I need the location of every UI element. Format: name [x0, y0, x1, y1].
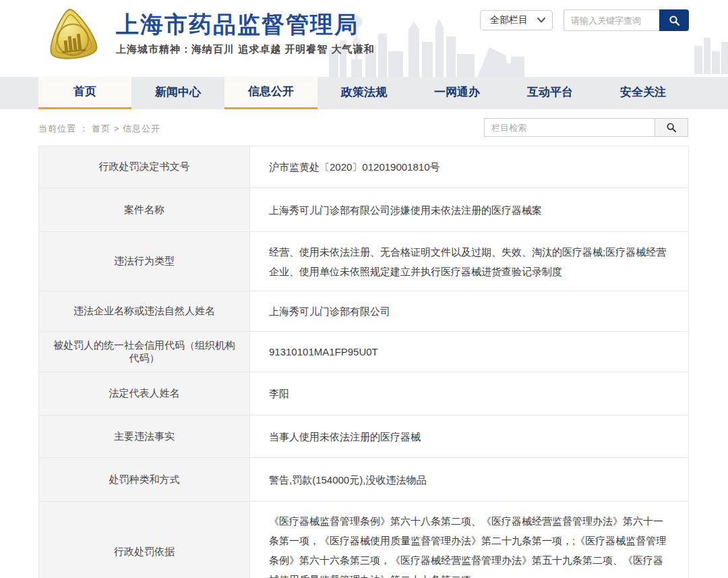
row-value: 上海秀可儿门诊部有限公司 — [250, 291, 688, 331]
search-button[interactable] — [659, 9, 689, 31]
site-header: 上海市药品监督管理局 上海城市精神：海纳百川 追求卓越 开明睿智 大气谦和 全部… — [0, 0, 728, 77]
row-label: 违法行为类型 — [39, 232, 250, 291]
magnifier-icon — [669, 15, 680, 26]
category-select[interactable]: 全部栏目 — [480, 10, 553, 30]
row-value: 沪市监黄处〔2020〕012019001810号 — [250, 146, 688, 187]
main-navigation: 首页 新闻中心 信息公开 政策法规 一网通办 互动平台 安全关注 — [0, 77, 728, 109]
row-label: 处罚种类和方式 — [39, 458, 250, 501]
row-label: 案件名称 — [39, 188, 250, 231]
row-value: 当事人使用未依法注册的医疗器械 — [250, 415, 688, 457]
breadcrumb-colon: ： — [80, 123, 89, 134]
nav-item-online-services[interactable]: 一网通办 — [411, 77, 504, 109]
category-select-value: 全部栏目 — [490, 14, 528, 26]
nav-item-interaction[interactable]: 互动平台 — [504, 77, 597, 109]
breadcrumb-row: 当前位置 ： 首页 > 信息公开 — [0, 109, 728, 146]
table-row: 违法行为类型 经营、使用未依法注册、无合格证明文件以及过期、失效、淘汰的医疗器械… — [39, 232, 688, 291]
row-label: 行政处罚依据 — [39, 502, 250, 578]
row-value: 警告,罚款(154000元),没收违法物品 — [250, 458, 688, 501]
table-row: 行政处罚决定书文号 沪市监黄处〔2020〕012019001810号 — [39, 146, 688, 188]
chevron-down-icon — [537, 18, 545, 23]
title-block: 上海市药品监督管理局 上海城市精神：海纳百川 追求卓越 开明睿智 大气谦和 — [116, 11, 375, 56]
row-value: 《医疗器械监督管理条例》第六十八条第二项、《医疗器械经营监督管理办法》第六十一条… — [250, 502, 688, 578]
row-value: 经营、使用未依法注册、无合格证明文件以及过期、失效、淘汰的医疗器械;医疗器械经营… — [250, 232, 688, 291]
table-row: 行政处罚依据 《医疗器械监督管理条例》第六十八条第二项、《医疗器械经营监督管理办… — [39, 502, 688, 578]
agency-logo[interactable] — [40, 6, 105, 71]
row-value: 上海秀可儿门诊部有限公司涉嫌使用未依法注册的医疗器械案 — [250, 188, 688, 231]
breadcrumb: 当前位置 ： 首页 > 信息公开 — [38, 123, 160, 135]
keyword-search-input[interactable] — [564, 9, 659, 31]
table-row: 违法企业名称或违法自然人姓名 上海秀可儿门诊部有限公司 — [39, 291, 688, 332]
row-label: 被处罚人的统一社会信用代码（组织机构代码） — [39, 332, 250, 372]
row-value: 李阳 — [250, 372, 688, 415]
row-label: 行政处罚决定书文号 — [39, 146, 250, 187]
row-label: 法定代表人姓名 — [39, 372, 250, 415]
table-row: 法定代表人姓名 李阳 — [39, 372, 688, 415]
nav-item-info-disclosure[interactable]: 信息公开 — [224, 77, 317, 109]
magnifier-icon — [666, 122, 677, 133]
table-row: 处罚种类和方式 警告,罚款(154000元),没收违法物品 — [39, 458, 688, 502]
breadcrumb-home-link[interactable]: 首页 — [92, 123, 111, 134]
penalty-table: 行政处罚决定书文号 沪市监黄处〔2020〕012019001810号 案件名称 … — [38, 146, 689, 578]
breadcrumb-arrow: > — [114, 123, 120, 134]
site-title: 上海市药品监督管理局 — [116, 11, 375, 38]
column-search-button[interactable] — [655, 118, 688, 137]
site-subtitle: 上海城市精神：海纳百川 追求卓越 开明睿智 大气谦和 — [116, 43, 375, 56]
column-search-input[interactable] — [484, 118, 655, 137]
breadcrumb-prefix: 当前位置 — [38, 123, 76, 134]
breadcrumb-current[interactable]: 信息公开 — [123, 123, 160, 134]
nav-item-news[interactable]: 新闻中心 — [131, 77, 224, 109]
header-search: 全部栏目 — [480, 9, 689, 31]
nav-item-home[interactable]: 首页 — [38, 77, 131, 109]
table-row: 案件名称 上海秀可儿门诊部有限公司涉嫌使用未依法注册的医疗器械案 — [39, 188, 688, 232]
row-label: 主要违法事实 — [39, 415, 250, 457]
nav-item-policies[interactable]: 政策法规 — [317, 77, 411, 109]
row-label: 违法企业名称或违法自然人姓名 — [39, 291, 250, 331]
column-search — [484, 118, 688, 137]
table-row: 主要违法事实 当事人使用未依法注册的医疗器械 — [39, 415, 688, 458]
table-row: 被处罚人的统一社会信用代码（组织机构代码） 91310101MA1FP95U0T — [39, 332, 688, 372]
corner-building-watermark-icon — [693, 34, 728, 74]
nav-item-safety[interactable]: 安全关注 — [597, 77, 690, 109]
row-value: 91310101MA1FP95U0T — [250, 332, 688, 372]
